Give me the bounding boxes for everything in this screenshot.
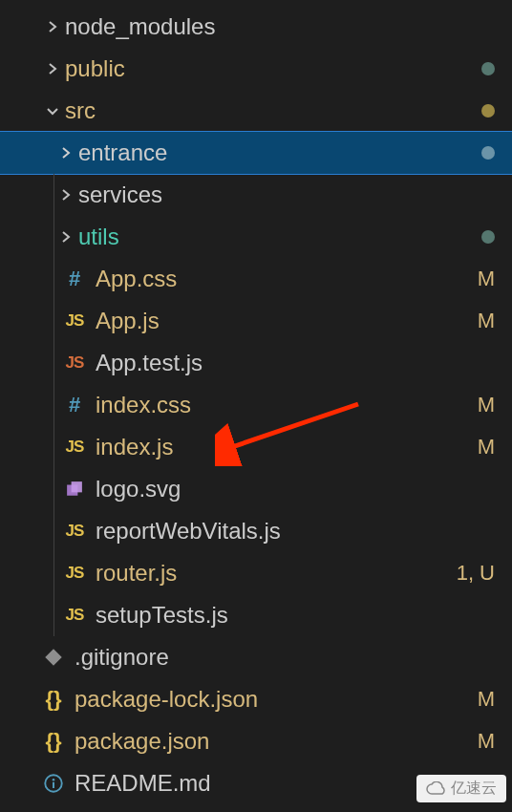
- indent-guide: [53, 468, 54, 510]
- file-explorer: node_modules public src entrance service…: [0, 0, 512, 804]
- git-file-icon: [40, 648, 67, 667]
- folder-label: src: [65, 97, 481, 124]
- indent-guide: [53, 594, 54, 636]
- git-badge: M: [478, 393, 495, 417]
- file-label: setupTests.js: [96, 602, 495, 629]
- js-file-icon: JS: [61, 564, 88, 583]
- file-app-test-js[interactable]: JS App.test.js: [0, 342, 512, 384]
- js-file-icon: JS: [61, 311, 88, 331]
- folder-services[interactable]: services: [0, 174, 512, 216]
- chevron-right-icon: [53, 145, 78, 160]
- folder-utils[interactable]: utils: [0, 216, 512, 258]
- js-test-file-icon: JS: [61, 353, 88, 373]
- js-file-icon: JS: [61, 606, 88, 625]
- indent-guide: [53, 216, 54, 258]
- chevron-down-icon: [40, 103, 65, 118]
- indent-guide: [53, 552, 54, 594]
- file-label: logo.svg: [96, 476, 495, 502]
- git-badge: 1, U: [457, 561, 495, 586]
- file-gitignore[interactable]: .gitignore: [0, 636, 512, 678]
- git-status-dot-icon: [481, 104, 495, 118]
- file-label: App.css: [96, 266, 478, 292]
- chevron-right-icon: [53, 187, 78, 203]
- file-label: App.test.js: [96, 350, 495, 376]
- chevron-right-icon: [40, 19, 65, 34]
- git-badge: M: [478, 687, 495, 712]
- svg-point-3: [53, 779, 55, 781]
- folder-label: utils: [78, 224, 481, 250]
- file-index-css[interactable]: # index.css M: [0, 384, 512, 426]
- svg-file-icon: [61, 481, 88, 498]
- folder-entrance[interactable]: entrance: [0, 132, 512, 174]
- file-label: index.css: [96, 392, 478, 418]
- git-badge: M: [478, 309, 495, 333]
- indent-guide: [53, 258, 54, 300]
- indent-guide: [53, 510, 54, 552]
- folder-node-modules[interactable]: node_modules: [0, 6, 512, 48]
- indent-guide: [53, 174, 54, 216]
- file-label: index.js: [96, 434, 478, 460]
- folder-public[interactable]: public: [0, 48, 512, 90]
- folder-label: entrance: [78, 139, 481, 166]
- folder-label: node_modules: [65, 13, 495, 40]
- chevron-right-icon: [40, 61, 65, 76]
- info-file-icon: [40, 774, 67, 793]
- svg-rect-4: [53, 782, 54, 788]
- json-file-icon: {}: [40, 687, 67, 712]
- chevron-right-icon: [53, 229, 78, 245]
- git-badge: M: [478, 267, 495, 291]
- indent-guide: [53, 384, 54, 426]
- indent-guide: [53, 300, 54, 342]
- folder-src[interactable]: src: [0, 90, 512, 132]
- file-report-web-vitals[interactable]: JS reportWebVitals.js: [0, 510, 512, 552]
- file-package-lock-json[interactable]: {} package-lock.json M: [0, 678, 512, 720]
- git-badge: M: [478, 435, 495, 459]
- file-label: router.js: [96, 560, 457, 587]
- file-setup-tests[interactable]: JS setupTests.js: [0, 594, 512, 636]
- file-package-json[interactable]: {} package.json M: [0, 720, 512, 762]
- git-status-dot-icon: [481, 146, 495, 160]
- css-file-icon: #: [61, 267, 88, 291]
- js-file-icon: JS: [61, 522, 88, 541]
- json-file-icon: {}: [40, 729, 67, 754]
- css-file-icon: #: [61, 393, 88, 417]
- file-app-css[interactable]: # App.css M: [0, 258, 512, 300]
- folder-label: services: [78, 182, 495, 208]
- svg-rect-1: [72, 481, 82, 492]
- watermark-text: 亿速云: [451, 779, 497, 799]
- file-app-js[interactable]: JS App.js M: [0, 300, 512, 342]
- file-label: package-lock.json: [75, 686, 478, 713]
- git-status-dot-icon: [481, 62, 495, 75]
- file-label: reportWebVitals.js: [96, 518, 495, 545]
- git-badge: M: [478, 729, 495, 754]
- file-label: .gitignore: [75, 644, 495, 671]
- indent-guide: [53, 342, 54, 384]
- file-index-js[interactable]: JS index.js M: [0, 426, 512, 468]
- file-label: App.js: [96, 308, 478, 334]
- watermark: 亿速云: [416, 775, 506, 802]
- js-file-icon: JS: [61, 438, 88, 457]
- file-label: package.json: [75, 728, 478, 755]
- file-logo-svg[interactable]: logo.svg: [0, 468, 512, 510]
- git-status-dot-icon: [481, 230, 495, 244]
- indent-guide: [53, 426, 54, 468]
- file-router-js[interactable]: JS router.js 1, U: [0, 552, 512, 594]
- folder-label: public: [65, 55, 481, 82]
